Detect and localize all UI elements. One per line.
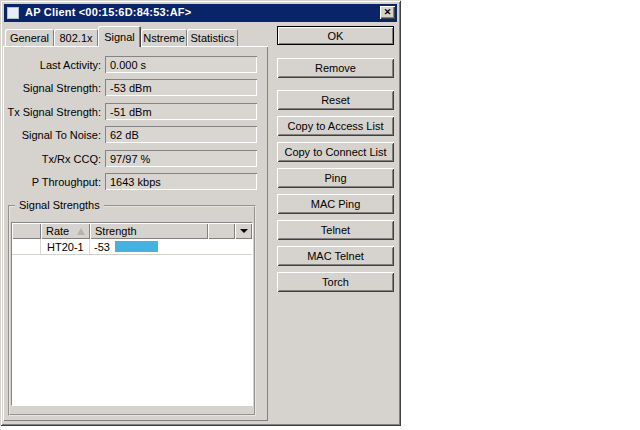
header-blank-2[interactable]	[208, 223, 235, 239]
row-blank-cell-3	[235, 239, 252, 254]
tab-nstreme[interactable]: Nstreme	[141, 29, 187, 46]
remove-button[interactable]: Remove	[277, 58, 394, 78]
field-p-throughput: P Throughput: 1643 kbps	[0, 173, 260, 190]
signal-strengths-table: Rate Strength HT20-1 -53	[11, 222, 253, 406]
telnet-button[interactable]: Telnet	[277, 220, 394, 240]
tab-statistics[interactable]: Statistics	[187, 29, 238, 46]
group-title: Signal Strengths	[15, 199, 104, 211]
torch-button[interactable]: Torch	[277, 272, 394, 292]
mac-ping-button[interactable]: MAC Ping	[277, 194, 394, 214]
field-value: 62 dB	[105, 126, 257, 143]
field-last-activity: Last Activity: 0.000 s	[0, 56, 260, 73]
table-header: Rate Strength	[12, 223, 252, 239]
header-strength[interactable]: Strength	[90, 223, 208, 239]
field-value: -51 dBm	[105, 103, 257, 120]
field-value: 97/97 %	[105, 150, 257, 167]
header-strength-label: Strength	[95, 225, 137, 237]
field-label: Last Activity:	[2, 59, 101, 71]
ap-client-dialog: AP Client <00:15:6D:84:53:AF> ✕ General …	[0, 0, 401, 426]
row-blank-cell-2	[208, 239, 235, 254]
field-label: Tx Signal Strength:	[2, 106, 101, 118]
header-rate-label: Rate	[46, 225, 69, 237]
row-rate-cell: HT20-1	[41, 239, 90, 254]
field-signal-strength: Signal Strength: -53 dBm	[0, 79, 260, 96]
app-icon	[7, 7, 19, 19]
window-title: AP Client <00:15:6D:84:53:AF>	[25, 6, 191, 18]
ping-button[interactable]: Ping	[277, 168, 394, 188]
copy-to-connect-list-button[interactable]: Copy to Connect List	[277, 142, 394, 162]
field-label: Signal To Noise:	[2, 129, 101, 141]
desktop-background: AP Client <00:15:6D:84:53:AF> ✕ General …	[0, 0, 640, 430]
titlebar[interactable]: AP Client <00:15:6D:84:53:AF> ✕	[4, 4, 397, 22]
field-label: P Throughput:	[2, 176, 101, 188]
tab-8021x[interactable]: 802.1x	[54, 29, 98, 46]
column-menu-button[interactable]	[235, 223, 252, 239]
row-strength-cell: -53	[90, 239, 208, 254]
tab-general[interactable]: General	[5, 29, 54, 46]
mac-telnet-button[interactable]: MAC Telnet	[277, 246, 394, 266]
copy-to-access-list-button[interactable]: Copy to Access List	[277, 116, 394, 136]
field-value: -53 dBm	[105, 79, 257, 96]
header-blank[interactable]	[12, 223, 41, 239]
field-signal-to-noise: Signal To Noise: 62 dB	[0, 126, 260, 143]
tab-signal[interactable]: Signal	[98, 26, 141, 47]
row-blank-cell	[12, 239, 41, 254]
field-tx-rx-ccq: Tx/Rx CCQ: 97/97 %	[0, 150, 260, 167]
reset-button[interactable]: Reset	[277, 90, 394, 110]
close-icon[interactable]: ✕	[380, 6, 395, 19]
ok-button[interactable]: OK	[277, 26, 394, 45]
strength-value: -53	[94, 241, 110, 253]
field-value: 0.000 s	[105, 56, 257, 73]
field-value: 1643 kbps	[105, 173, 257, 190]
strength-bar	[115, 241, 158, 252]
field-label: Signal Strength:	[2, 82, 101, 94]
header-rate[interactable]: Rate	[41, 223, 90, 239]
field-label: Tx/Rx CCQ:	[2, 153, 101, 165]
field-tx-signal-strength: Tx Signal Strength: -51 dBm	[0, 103, 260, 120]
sort-ascending-icon	[77, 228, 85, 235]
dropdown-icon	[240, 229, 248, 233]
table-row[interactable]: HT20-1 -53	[12, 239, 252, 255]
